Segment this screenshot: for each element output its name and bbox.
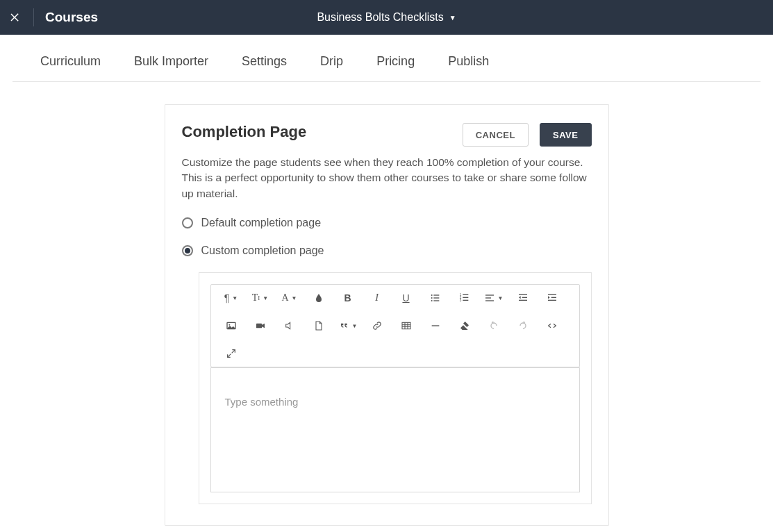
panel-title: Completion Page	[182, 123, 307, 141]
font-size-button[interactable]: TI▼	[246, 289, 275, 307]
radio-label: Custom completion page	[201, 244, 324, 257]
clear-formatting-button[interactable]	[450, 317, 479, 335]
tab-settings[interactable]: Settings	[242, 54, 287, 69]
svg-rect-17	[519, 300, 527, 301]
close-icon[interactable]	[7, 9, 24, 26]
caret-down-icon: ▼	[449, 14, 456, 22]
svg-rect-1	[433, 295, 439, 296]
svg-rect-13	[485, 298, 491, 299]
svg-rect-9	[463, 297, 468, 298]
outdent-button[interactable]	[508, 289, 538, 307]
svg-rect-19	[551, 297, 556, 298]
insert-link-button[interactable]	[363, 317, 392, 335]
svg-rect-12	[485, 295, 494, 296]
cancel-button[interactable]: CANCEL	[463, 123, 529, 147]
insert-audio-button[interactable]	[275, 317, 304, 335]
radio-label: Default completion page	[201, 217, 322, 229]
text-color-button[interactable]	[304, 289, 333, 307]
panel-header: Completion Page CANCEL SAVE	[182, 123, 592, 147]
quote-button[interactable]: ▼	[333, 317, 363, 335]
editor-toolbar: ¶▼ TI▼ A▼ B I U 123 ▼ ▼	[210, 284, 580, 367]
save-button[interactable]: SAVE	[540, 123, 592, 147]
undo-button[interactable]	[479, 317, 508, 335]
svg-rect-5	[433, 301, 439, 301]
tab-bar: Curriculum Bulk Importer Settings Drip P…	[13, 35, 760, 82]
completion-page-panel: Completion Page CANCEL SAVE Customize th…	[165, 104, 609, 526]
svg-rect-23	[256, 324, 262, 329]
svg-rect-7	[463, 294, 468, 295]
paragraph-format-button[interactable]: ¶▼	[217, 289, 246, 307]
svg-rect-16	[522, 297, 526, 298]
horizontal-rule-button[interactable]	[421, 317, 450, 335]
svg-point-0	[431, 294, 432, 296]
svg-rect-15	[519, 294, 527, 295]
vertical-divider	[33, 8, 34, 26]
insert-table-button[interactable]	[392, 317, 421, 335]
course-selector[interactable]: Business Bolts Checklists ▼	[317, 11, 456, 24]
editor-placeholder: Type something	[225, 396, 299, 408]
editor-textarea[interactable]: Type something	[210, 367, 580, 492]
fullscreen-button[interactable]	[217, 344, 246, 363]
svg-rect-14	[485, 301, 494, 301]
tab-drip[interactable]: Drip	[320, 54, 343, 69]
tab-curriculum[interactable]: Curriculum	[40, 54, 101, 69]
panel-actions: CANCEL SAVE	[463, 123, 592, 147]
tab-pricing[interactable]: Pricing	[376, 54, 415, 69]
insert-image-button[interactable]	[217, 317, 246, 335]
radio-custom-completion[interactable]: Custom completion page	[182, 244, 592, 257]
tab-publish[interactable]: Publish	[448, 54, 489, 69]
align-button[interactable]: ▼	[479, 289, 508, 307]
radio-icon	[182, 217, 193, 228]
indent-button[interactable]	[538, 289, 567, 307]
svg-rect-29	[431, 326, 439, 326]
panel-description: Customize the page students see when the…	[182, 155, 592, 201]
top-bar: Courses Business Bolts Checklists ▼	[0, 0, 773, 35]
svg-rect-3	[433, 298, 439, 299]
svg-rect-18	[548, 294, 556, 295]
tab-bulk-importer[interactable]: Bulk Importer	[134, 54, 208, 69]
svg-rect-20	[548, 300, 556, 301]
insert-file-button[interactable]	[304, 317, 333, 335]
rich-text-editor: ¶▼ TI▼ A▼ B I U 123 ▼ ▼	[199, 272, 592, 504]
underline-button[interactable]: U	[392, 289, 421, 307]
code-view-button[interactable]	[538, 317, 567, 335]
course-name: Business Bolts Checklists	[317, 11, 443, 24]
svg-point-22	[228, 324, 230, 326]
italic-button[interactable]: I	[363, 289, 392, 307]
font-family-button[interactable]: A▼	[275, 289, 304, 307]
svg-point-2	[431, 297, 432, 299]
insert-video-button[interactable]	[246, 317, 275, 335]
svg-rect-11	[463, 300, 468, 301]
radio-icon	[182, 245, 193, 256]
svg-rect-24	[402, 323, 410, 329]
svg-point-4	[431, 300, 432, 301]
svg-text:3: 3	[459, 299, 461, 303]
ordered-list-button[interactable]: 123	[450, 289, 479, 307]
redo-button[interactable]	[508, 317, 538, 335]
page-section-title: Courses	[45, 10, 98, 25]
radio-default-completion[interactable]: Default completion page	[182, 217, 592, 229]
unordered-list-button[interactable]	[421, 289, 450, 307]
bold-button[interactable]: B	[333, 289, 363, 307]
